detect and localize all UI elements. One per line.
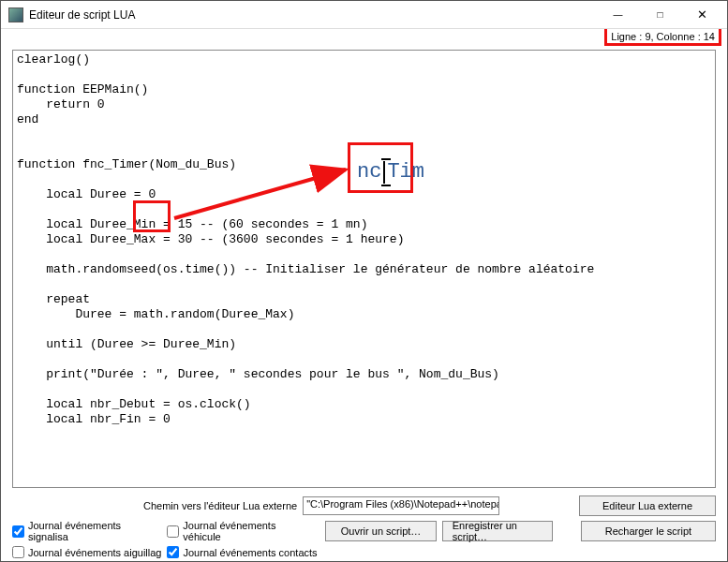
code-editor-frame: clearlog() function EEPMain() return 0 e… [12, 50, 716, 488]
log-vehicle-checkbox[interactable]: Journal événements véhicule [167, 520, 314, 542]
bottom-panel: Chemin vers l'éditeur Lua externe "C:\Pr… [12, 495, 716, 555]
log-signal-label: Journal événements signalisa [28, 520, 161, 542]
log-contact-checkbox-input[interactable] [167, 546, 179, 558]
log-switch-label: Journal événements aiguillag [28, 547, 161, 558]
code-editor[interactable]: clearlog() function EEPMain() return 0 e… [13, 51, 715, 487]
log-vehicle-label: Journal événements véhicule [183, 520, 314, 542]
code-text[interactable]: clearlog() function EEPMain() return 0 e… [13, 51, 715, 465]
minimize-button[interactable]: — [597, 2, 639, 28]
external-editor-path-input[interactable]: "C:\Program Files (x86)\Notepad++\notepa… [303, 496, 499, 515]
titlebar: Editeur de script LUA — □ ✕ [1, 1, 727, 29]
open-script-button[interactable]: Ouvrir un script… [325, 521, 436, 541]
log-vehicle-checkbox-input[interactable] [167, 525, 179, 538]
log-signal-checkbox-input[interactable] [12, 525, 24, 538]
content-area: Ligne : 9, Colonne : 14 clearlog() funct… [1, 29, 727, 561]
path-label: Chemin vers l'éditeur Lua externe [143, 500, 297, 511]
maximize-button[interactable]: □ [639, 2, 681, 28]
cursor-position-label: Ligne : 9, Colonne : 14 [604, 29, 721, 46]
log-contact-label: Journal événements contacts [183, 547, 317, 558]
external-editor-button[interactable]: Editeur Lua externe [579, 495, 716, 516]
reload-script-button[interactable]: Recharger le script [581, 521, 716, 541]
app-icon [8, 7, 23, 22]
log-switch-checkbox[interactable]: Journal événements aiguillag [12, 546, 161, 558]
log-switch-checkbox-input[interactable] [12, 546, 24, 558]
save-script-button[interactable]: Enregistrer un script… [442, 521, 553, 541]
log-contact-checkbox[interactable]: Journal événements contacts [167, 546, 317, 558]
log-signal-checkbox[interactable]: Journal événements signalisa [12, 520, 161, 542]
window-title: Editeur de script LUA [29, 8, 597, 22]
close-button[interactable]: ✕ [681, 2, 723, 28]
